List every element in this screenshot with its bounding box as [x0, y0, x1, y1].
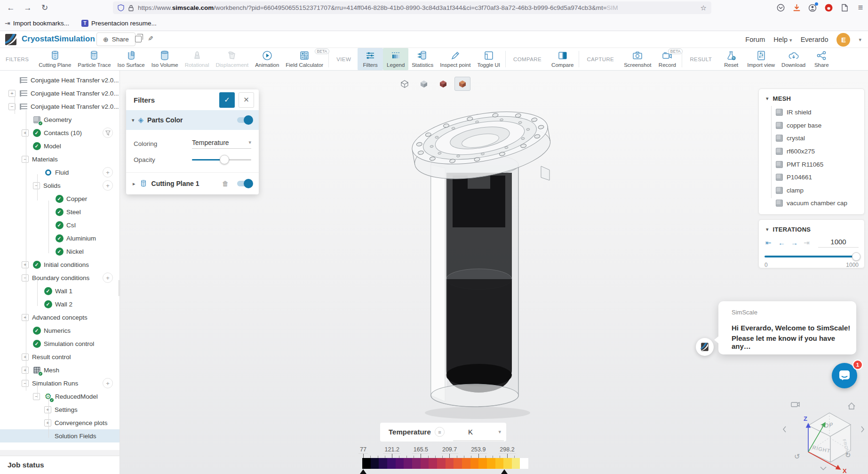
- tracking-shield-icon[interactable]: [118, 4, 124, 11]
- tree-item[interactable]: Initial conditions: [0, 258, 119, 271]
- bookmark-presentacion[interactable]: T Presentacion resume...: [81, 20, 157, 27]
- parts-color-toggle[interactable]: [237, 117, 252, 123]
- reset-button[interactable]: Reset: [718, 48, 744, 70]
- tree-item-solution-fields[interactable]: Solution Fields: [0, 429, 119, 442]
- legend-button[interactable]: Legend: [383, 48, 408, 70]
- parts-color-section[interactable]: ▾ ◈ Parts Color: [126, 110, 259, 130]
- cube-collapse-chevron[interactable]: [820, 467, 826, 470]
- iso-volume-button[interactable]: Iso Volume: [148, 48, 182, 70]
- cryostat-model[interactable]: [400, 87, 565, 431]
- tree-item[interactable]: Simulation Runs+: [0, 377, 119, 390]
- previous-iteration-button[interactable]: ←: [778, 239, 791, 247]
- tree-item[interactable]: Aluminium: [0, 232, 119, 245]
- url-bar[interactable]: https://www.simscale.com/workbench/?pid=…: [113, 1, 711, 14]
- mesh-part-item[interactable]: IR shield: [759, 106, 864, 119]
- tree-item[interactable]: Simulation control: [0, 337, 119, 350]
- menu-icon[interactable]: ≡: [856, 3, 865, 13]
- expand-icon[interactable]: [44, 419, 51, 426]
- mesh-part-item[interactable]: clamp: [759, 184, 864, 197]
- filters-button[interactable]: Filters: [358, 48, 383, 70]
- collapse-icon[interactable]: [22, 380, 29, 387]
- tree-item[interactable]: Materials: [0, 153, 119, 166]
- iso-surface-button[interactable]: Iso Surface: [114, 48, 148, 70]
- tree-item[interactable]: Fluid+: [0, 166, 119, 179]
- iteration-slider[interactable]: [764, 252, 859, 261]
- chevron-down-icon[interactable]: ▾: [132, 117, 135, 123]
- back-icon[interactable]: ←: [4, 2, 18, 14]
- share-result-button[interactable]: Share: [809, 48, 834, 70]
- import-view-button[interactable]: Import view: [744, 48, 778, 70]
- cutting-plane-button[interactable]: Cutting Plane: [35, 48, 74, 70]
- tree-item[interactable]: Conjugate Heat Transfer v2.0...: [0, 100, 119, 113]
- share-project-button[interactable]: ⊕ Share: [96, 32, 135, 46]
- page-extension-icon[interactable]: [840, 3, 849, 13]
- tree-item[interactable]: Convergence plots: [0, 416, 119, 429]
- tree-item[interactable]: Boundary conditions+: [0, 271, 119, 284]
- legend-unit-select[interactable]: K ▾: [453, 423, 504, 441]
- collapse-icon[interactable]: [33, 182, 40, 189]
- collapse-icon[interactable]: [33, 393, 40, 400]
- legend-min-marker[interactable]: [360, 469, 366, 474]
- expand-icon[interactable]: [44, 406, 51, 413]
- forum-link[interactable]: Forum: [745, 36, 765, 43]
- particle-trace-button[interactable]: Particle Trace: [74, 48, 114, 70]
- iteration-value[interactable]: 1000: [818, 238, 859, 248]
- tree-item[interactable]: CsI: [0, 218, 119, 232]
- last-iteration-button[interactable]: ⇥: [804, 239, 816, 247]
- delete-icon[interactable]: 🗑: [222, 180, 229, 187]
- chat-message-card[interactable]: SimScale Hi Everardo, Welcome to SimScal…: [718, 301, 856, 354]
- expand-icon[interactable]: [22, 353, 29, 361]
- duplicate-icon[interactable]: [135, 36, 142, 42]
- tree-item[interactable]: Contacts (10): [0, 126, 119, 139]
- tree-item[interactable]: Model: [0, 139, 119, 153]
- project-title[interactable]: CryostatSimulation: [22, 34, 95, 44]
- bookmark-import[interactable]: ⇥ Import bookmarks...: [5, 19, 69, 27]
- inspect-point-button[interactable]: Inspect point: [437, 48, 474, 70]
- bookmark-star-icon[interactable]: ☆: [701, 4, 707, 12]
- expand-icon[interactable]: [22, 314, 29, 321]
- record-button[interactable]: BETA Record: [654, 48, 680, 70]
- tree-item[interactable]: Wall 1: [0, 284, 119, 297]
- tree-item[interactable]: Conjugate Heat Transfer v2.0...: [0, 77, 119, 87]
- download-button[interactable]: Download: [778, 48, 809, 70]
- tree-item[interactable]: Numerics: [0, 324, 119, 337]
- downloads-icon[interactable]: [792, 3, 801, 13]
- add-boundary-button[interactable]: +: [103, 273, 113, 283]
- tree-item[interactable]: ⚙ReducedModel: [0, 390, 119, 403]
- legend-drag-handle-icon[interactable]: ≡: [435, 427, 445, 437]
- avatar[interactable]: E: [836, 33, 850, 47]
- chevron-down-icon[interactable]: ▾: [766, 226, 769, 233]
- mesh-part-item[interactable]: copper base: [759, 119, 864, 132]
- forward-icon[interactable]: →: [21, 2, 35, 14]
- legend-max-marker[interactable]: [501, 469, 508, 474]
- tree-item[interactable]: Wall 2: [0, 297, 119, 311]
- navigation-cube[interactable]: TOP RIGHT FRONT Z X ↺ ↻: [780, 396, 867, 474]
- legend-colorbar[interactable]: [362, 458, 528, 469]
- rotate-ccw-icon[interactable]: ↺: [794, 452, 800, 460]
- compare-button[interactable]: Compare: [548, 48, 577, 70]
- chevron-down-icon[interactable]: ▾: [766, 96, 769, 102]
- cutting-plane-toggle[interactable]: [237, 181, 252, 186]
- mesh-part-item[interactable]: rf600x275: [759, 145, 864, 158]
- add-solid-button[interactable]: +: [103, 180, 113, 191]
- tree-item[interactable]: Settings: [0, 403, 119, 416]
- screenshot-button[interactable]: Screenshot: [621, 48, 654, 70]
- coloring-select[interactable]: Temperature ▾: [192, 139, 251, 149]
- next-iteration-button[interactable]: →: [791, 239, 804, 247]
- simscale-logo[interactable]: [4, 32, 18, 47]
- tree-item[interactable]: Steel: [0, 205, 119, 218]
- tree-item[interactable]: Result control: [0, 350, 119, 363]
- add-run-button[interactable]: +: [103, 378, 113, 388]
- pocket-icon[interactable]: [776, 3, 785, 13]
- expand-icon[interactable]: [22, 367, 29, 374]
- collapse-icon[interactable]: [22, 156, 29, 163]
- tree-item[interactable]: Advanced concepts: [0, 311, 119, 324]
- apply-button[interactable]: ✓: [219, 92, 235, 108]
- panel-splitter-handle[interactable]: [119, 280, 120, 296]
- job-status-bar[interactable]: Job status: [0, 456, 119, 474]
- close-button[interactable]: ✕: [239, 92, 254, 108]
- opacity-slider[interactable]: [192, 155, 251, 164]
- red-extension-icon[interactable]: [824, 3, 833, 13]
- field-calculator-button[interactable]: BETA Field Calculator: [282, 48, 326, 70]
- toggle-ui-button[interactable]: Toggle UI: [474, 48, 503, 70]
